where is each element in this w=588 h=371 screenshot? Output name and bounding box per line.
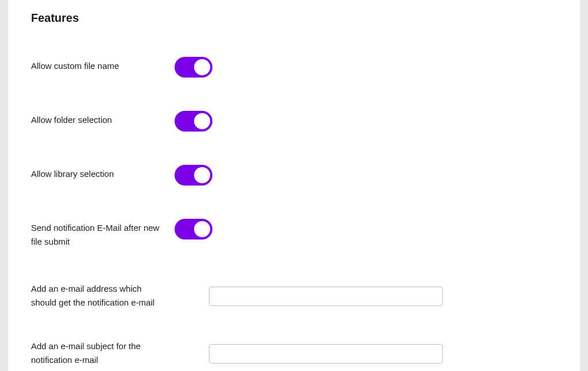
- toggle-knob: [194, 221, 210, 237]
- features-card: Features Allow custom file name Allow fo…: [8, 0, 580, 371]
- label-folder-selection: Allow folder selection: [31, 113, 175, 127]
- row-notification-email: Send notification E-Mail after new file …: [31, 221, 557, 249]
- label-notification-subject: Add an e-mail subject for the notificati…: [31, 339, 175, 367]
- row-notification-subject: Add an e-mail subject for the notificati…: [31, 339, 557, 367]
- row-custom-file-name: Allow custom file name: [31, 59, 557, 80]
- toggle-knob: [194, 59, 210, 75]
- row-library-selection: Allow library selection: [31, 167, 557, 188]
- section-title: Features: [31, 11, 557, 25]
- toggle-custom-file-name[interactable]: [175, 57, 212, 78]
- toggle-folder-selection[interactable]: [175, 111, 212, 132]
- row-notification-address: Add an e-mail address which should get t…: [31, 282, 557, 310]
- label-custom-file-name: Allow custom file name: [31, 59, 175, 73]
- toggle-notification-email[interactable]: [175, 219, 212, 239]
- label-library-selection: Allow library selection: [31, 167, 175, 181]
- input-notification-subject[interactable]: [209, 344, 443, 364]
- label-notification-email: Send notification E-Mail after new file …: [31, 221, 175, 249]
- toggle-knob: [194, 167, 210, 183]
- label-notification-address: Add an e-mail address which should get t…: [31, 282, 175, 310]
- input-notification-address[interactable]: [209, 287, 443, 306]
- toggle-knob: [194, 113, 210, 129]
- row-folder-selection: Allow folder selection: [31, 113, 557, 134]
- toggle-library-selection[interactable]: [175, 165, 212, 186]
